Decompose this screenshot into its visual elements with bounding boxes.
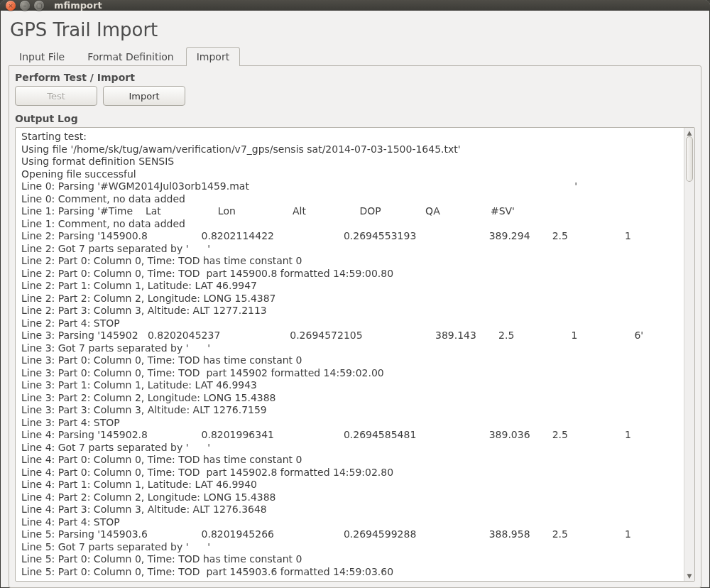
scroll-down-icon[interactable]: ▼: [686, 572, 693, 579]
close-icon[interactable]: ×: [6, 1, 16, 11]
import-button[interactable]: Import: [103, 86, 185, 106]
minimize-icon[interactable]: –: [20, 1, 30, 11]
tab-input-file[interactable]: Input File: [9, 47, 75, 66]
tab-import[interactable]: Import: [186, 47, 240, 66]
tab-panel-import: Perform Test / Import Test Import Output…: [9, 65, 701, 588]
scroll-up-icon[interactable]: ▲: [686, 129, 693, 136]
tabs: Input File Format Definition Import: [9, 46, 701, 65]
tab-format-definition[interactable]: Format Definition: [77, 47, 185, 66]
maximize-icon[interactable]: ▢: [34, 1, 44, 11]
scroll-thumb[interactable]: [686, 136, 693, 182]
section-label-output-log: Output Log: [15, 113, 695, 124]
titlebar[interactable]: × – ▢ mfimport: [0, 0, 710, 11]
section-label-perform: Perform Test / Import: [15, 72, 695, 83]
app-window: × – ▢ mfimport GPS Trail Import Input Fi…: [0, 0, 710, 588]
output-log-container: Starting test: Using file '/home/sk/tug/…: [15, 127, 695, 582]
button-row: Test Import: [15, 86, 695, 106]
output-log[interactable]: Starting test: Using file '/home/sk/tug/…: [16, 128, 684, 581]
client-area: GPS Trail Import Input File Format Defin…: [0, 11, 710, 588]
test-button: Test: [15, 86, 97, 106]
window-title: mfimport: [54, 0, 102, 11]
scroll-track[interactable]: [684, 136, 694, 572]
page-title: GPS Trail Import: [10, 19, 701, 40]
window-controls: × – ▢: [6, 1, 44, 11]
scrollbar[interactable]: ▲ ▼: [684, 128, 694, 581]
